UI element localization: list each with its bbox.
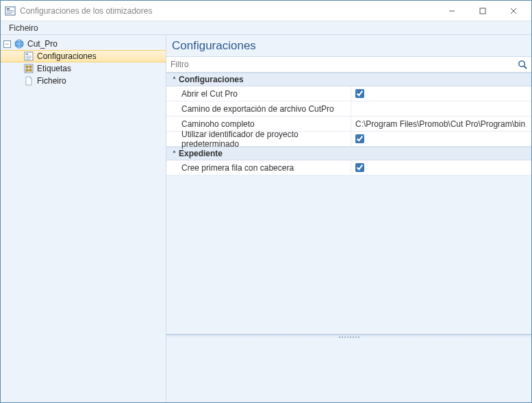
svg-rect-3 <box>7 12 14 12</box>
chevron-up-icon: ˄ <box>169 76 179 84</box>
chevron-up-icon: ˄ <box>169 150 179 158</box>
menubar: Ficheiro <box>1 21 531 35</box>
checkbox-abrir-cutpro[interactable] <box>355 89 364 98</box>
panel-title: Configuraciones <box>166 35 531 57</box>
prop-label: Abrir el Cut Pro <box>166 86 351 101</box>
settings-page-icon <box>23 51 34 62</box>
svg-point-20 <box>518 60 524 66</box>
prop-value[interactable] <box>351 101 531 116</box>
tree-panel: − Cut_Pro Configuraciones Etiquetas <box>1 35 166 402</box>
prop-value[interactable] <box>351 132 531 146</box>
prop-cabecera[interactable]: Cree primera fila con cabecera <box>166 160 531 175</box>
app-icon <box>5 5 16 16</box>
description-pane <box>166 334 531 402</box>
file-icon <box>23 75 34 86</box>
tree-item-ficheiro[interactable]: Ficheiro <box>1 75 166 87</box>
window-controls <box>436 1 529 21</box>
main-area: − Cut_Pro Configuraciones Etiquetas <box>1 35 531 402</box>
menu-file[interactable]: Ficheiro <box>3 22 44 34</box>
maximize-button[interactable] <box>467 1 498 21</box>
tree-item-label: Etiquetas <box>37 64 71 73</box>
svg-rect-1 <box>7 8 10 10</box>
category-label: Expediente <box>179 149 223 158</box>
filter-input[interactable] <box>166 57 531 72</box>
prop-value[interactable] <box>351 86 531 101</box>
tree-root-label: Cut_Pro <box>27 39 58 49</box>
tree-item-etiquetas[interactable]: Etiquetas <box>1 62 166 75</box>
checkbox-identificador[interactable] <box>355 134 364 143</box>
labels-icon <box>23 63 34 74</box>
minimize-button[interactable] <box>436 1 467 21</box>
category-label: Configuraciones <box>179 75 244 84</box>
svg-rect-6 <box>480 8 485 14</box>
svg-rect-18 <box>26 69 28 71</box>
prop-label: Utilizar identificador de proyecto prede… <box>166 132 351 146</box>
search-icon[interactable] <box>516 58 529 71</box>
svg-rect-17 <box>29 66 31 68</box>
globe-icon <box>14 38 25 49</box>
svg-rect-16 <box>26 66 28 68</box>
svg-rect-11 <box>26 53 28 55</box>
checkbox-cabecera[interactable] <box>355 163 364 172</box>
prop-camino-exportacion[interactable]: Camino de exportación de archivo CutPro <box>166 101 531 117</box>
category-expediente[interactable]: ˄ Expediente <box>166 147 531 160</box>
tree-expander-icon[interactable]: − <box>3 40 11 48</box>
property-grid: ˄ Configuraciones Abrir el Cut Pro Camin… <box>166 73 531 334</box>
prop-abrir-cutpro[interactable]: Abrir el Cut Pro <box>166 86 531 101</box>
svg-line-21 <box>524 66 527 69</box>
svg-rect-2 <box>7 10 14 11</box>
svg-rect-19 <box>29 69 31 71</box>
tree-item-label: Configuraciones <box>37 51 97 61</box>
titlebar: Configuraciones de los otimizadores <box>1 1 531 21</box>
close-button[interactable] <box>498 1 529 21</box>
prop-value[interactable] <box>351 160 531 175</box>
filter-row <box>166 57 531 73</box>
details-panel: Configuraciones ˄ Configuraciones Abrir … <box>166 35 531 402</box>
category-configuraciones[interactable]: ˄ Configuraciones <box>166 73 531 86</box>
prop-label: Cree primera fila con cabecera <box>166 160 351 175</box>
window-title: Configuraciones de los otimizadores <box>20 6 436 16</box>
tree-root-cutpro[interactable]: − Cut_Pro <box>1 38 166 50</box>
tree-item-label: Ficheiro <box>37 76 66 86</box>
svg-rect-4 <box>7 13 12 14</box>
prop-label: Camino de exportación de archivo CutPro <box>166 101 351 116</box>
prop-identificador-proyecto[interactable]: Utilizar identificador de proyecto prede… <box>166 132 531 147</box>
splitter-handle[interactable] <box>166 334 531 339</box>
prop-value[interactable]: C:\Program Files\Promob\Cut Pro\Program\… <box>351 117 531 131</box>
tree-item-configuraciones[interactable]: Configuraciones <box>1 50 166 62</box>
